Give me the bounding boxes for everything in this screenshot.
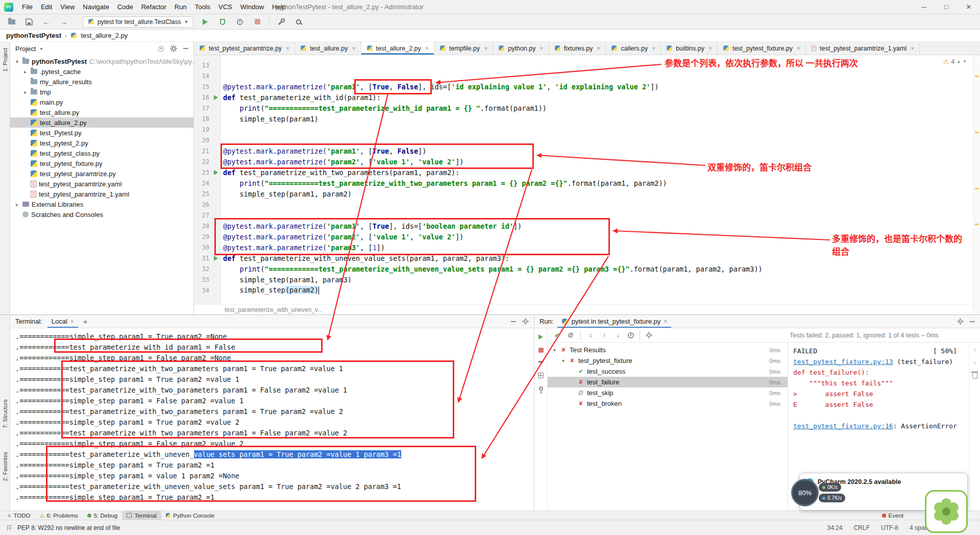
download-progress-badge[interactable]: 80%	[791, 479, 819, 506]
menu-item-run[interactable]: Run	[171, 1, 190, 13]
next-failed-icon[interactable]: ↓	[614, 332, 622, 339]
terminal-output[interactable]: .============simple_step param1 = True p…	[10, 328, 534, 510]
profiler-icon[interactable]	[234, 16, 246, 28]
pin-icon[interactable]	[539, 386, 543, 391]
breadcrumb-root[interactable]: pythonTestPytest	[6, 32, 61, 39]
code-line[interactable]: 24 print("============test_parametrize_w…	[194, 178, 763, 188]
toolwindow-button-python-console[interactable]: Python Console	[161, 511, 219, 520]
editor-tab[interactable]: test_allure.py×	[295, 42, 361, 55]
next-warning-icon[interactable]: ▼	[963, 59, 967, 64]
gear-icon[interactable]	[170, 45, 177, 52]
close-icon[interactable]: ✕	[958, 0, 980, 14]
test-tree-item[interactable]: ▾✘test_pytest_fixture0ms	[548, 355, 788, 366]
chevron-icon[interactable]: ▾	[560, 358, 566, 363]
code-line[interactable]: 19	[194, 124, 763, 135]
run-configuration-select[interactable]: pytest for test_allure.TestClass ▼	[83, 16, 193, 28]
code-line[interactable]: 30@pytest.mark.parametrize('param3', [1]…	[194, 242, 763, 253]
tool-stripe-favorites[interactable]: 2: Favorites	[2, 452, 8, 481]
editor-tab[interactable]: test_pytest_fixture.py×	[718, 42, 806, 55]
test-duration-icon[interactable]	[628, 332, 634, 338]
chevron-down-icon[interactable]: ▾	[38, 46, 44, 52]
close-tab-icon[interactable]: ×	[484, 45, 487, 52]
run-line-icon[interactable]	[211, 170, 220, 175]
run-line-icon[interactable]	[211, 95, 220, 100]
code-line[interactable]: 25 simple_step(param1, param2)	[194, 188, 763, 199]
editor-tab[interactable]: fixtures.py×	[549, 42, 606, 55]
code-line[interactable]: 13	[194, 60, 763, 70]
tree-item[interactable]: ▸External Libraries	[10, 199, 193, 209]
test-tree-item[interactable]: Øtest_skip0ms	[548, 387, 788, 398]
code-line[interactable]: 29@pytest.mark.parametrize('param2', ['v…	[194, 231, 763, 242]
editor-tab[interactable]: test_pytest_paramtrize_1.yaml×	[806, 42, 920, 55]
code-line[interactable]: 20	[194, 135, 763, 145]
tree-item[interactable]: test_pytest_paramtrize.yaml	[10, 179, 193, 189]
test-tree-item[interactable]: ▾✘Test Results0ms	[548, 345, 788, 355]
minimize-panel-icon[interactable]	[970, 321, 975, 322]
tree-item[interactable]: Scratches and Consoles	[10, 209, 193, 220]
toolwindow-button-terminal[interactable]: Terminal	[122, 511, 161, 520]
menu-item-navigate[interactable]: Navigate	[79, 1, 112, 13]
tree-item[interactable]: test_pytest_class.py	[10, 148, 193, 158]
coverage-icon[interactable]	[217, 16, 228, 28]
sort-icon[interactable]: ↕	[586, 332, 595, 339]
status-grid-icon[interactable]	[7, 525, 12, 530]
editor-tab[interactable]: python.py×	[493, 42, 549, 55]
editor-tab[interactable]: callers.py×	[606, 42, 661, 55]
editor-tab[interactable]: test_allure_2.py×	[361, 42, 434, 55]
test-tree-item[interactable]: ✔test_success0ms	[548, 366, 788, 377]
chevron-icon[interactable]: ▸	[22, 89, 28, 95]
close-tab-icon[interactable]: ×	[540, 45, 543, 52]
test-tree-item[interactable]: ✘test_failure0ms	[548, 377, 788, 387]
menu-item-refactor[interactable]: Refactor	[138, 1, 170, 13]
minimize-panel-icon[interactable]	[511, 321, 516, 322]
code-line[interactable]: 16def test_parameterize_with_id(param1):	[194, 92, 763, 103]
code-line[interactable]: 15@pytest.mark.parametrize('param1', [Tr…	[194, 81, 763, 92]
close-tab-icon[interactable]: ×	[911, 45, 914, 52]
line-separator[interactable]: CRLF	[854, 524, 870, 531]
close-tab-icon[interactable]: ×	[286, 45, 289, 52]
chevron-icon[interactable]: ▸	[22, 69, 28, 75]
editor-body[interactable]: 131415@pytest.mark.parametrize('param1',…	[194, 55, 980, 314]
menu-item-vcs[interactable]: VCS	[215, 1, 236, 13]
close-tab-icon[interactable]: ×	[352, 45, 356, 52]
code-line[interactable]: 23def test_parametrize_with_two_paramete…	[194, 167, 763, 178]
tree-item[interactable]: ▸tmp	[10, 87, 193, 97]
tree-item[interactable]: ▾pythonTestPytest C:\workpath\pythonTest…	[10, 56, 193, 66]
run-line-icon[interactable]	[211, 256, 220, 261]
chevron-icon[interactable]: ▾	[552, 347, 557, 353]
console-file-link[interactable]: test_pytest_fixture.py:16	[793, 422, 893, 430]
scroll-up-icon[interactable]: ↑	[973, 347, 976, 353]
code-line[interactable]: 32 print("============test_parameterize_…	[194, 263, 763, 274]
chevron-icon[interactable]: ▸	[14, 202, 20, 207]
tree-item[interactable]: test_pytest_paramtrize.py	[10, 168, 193, 179]
code-line[interactable]: 22@pytest.mark.parametrize('param2', ['v…	[194, 156, 763, 167]
scroll-down-icon[interactable]: ↓	[973, 359, 976, 365]
editor-tab[interactable]: builtins.py×	[661, 42, 718, 55]
filter-icon[interactable]	[538, 361, 544, 364]
editor-tab[interactable]: tempfile.py×	[434, 42, 493, 55]
prev-warning-icon[interactable]: ▲	[957, 59, 961, 64]
maximize-icon[interactable]: □	[935, 0, 958, 14]
close-tab-icon[interactable]: ×	[425, 45, 429, 52]
toolwindow-button-todo[interactable]: TODO	[3, 511, 35, 520]
gear-icon[interactable]	[646, 332, 652, 338]
minimize-icon[interactable]: ─	[913, 0, 935, 14]
show-ignored-icon[interactable]: Ø	[567, 332, 575, 339]
code-line[interactable]: 27	[194, 210, 763, 221]
run-icon[interactable]	[200, 16, 211, 28]
close-tab-icon[interactable]: ×	[652, 45, 655, 52]
code-line[interactable]: 26	[194, 199, 763, 210]
clear-console-icon[interactable]	[972, 373, 977, 379]
run-tab[interactable]: pytest in test_pytest_fixture.py ×	[557, 315, 671, 328]
rerun-icon[interactable]	[538, 334, 543, 339]
tree-item[interactable]: main.py	[10, 97, 193, 107]
previous-failed-icon[interactable]: ↑	[600, 332, 608, 339]
test-history-icon[interactable]	[538, 373, 544, 378]
show-passed-icon[interactable]: ✔	[553, 332, 561, 339]
console-file-link[interactable]: test_pytest_fixture.py:13	[793, 358, 893, 366]
menu-item-edit[interactable]: Edit	[37, 1, 56, 13]
test-tree-item[interactable]: ✘test_broken0ms	[548, 398, 788, 409]
file-encoding[interactable]: UTF-8	[881, 524, 898, 531]
search-icon[interactable]	[293, 16, 304, 28]
caret-position[interactable]: 34:24	[827, 524, 843, 531]
